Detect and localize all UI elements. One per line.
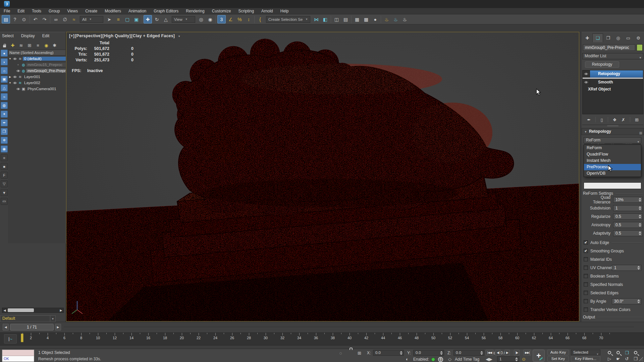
set-keys-button[interactable]: + <box>533 350 545 362</box>
layers-icon[interactable]: ≋ <box>18 42 24 48</box>
menu-arnold[interactable]: Arnold <box>258 8 277 14</box>
spinner-icon[interactable] <box>440 351 443 355</box>
mirror-icon[interactable]: ⋈ <box>312 15 320 23</box>
checkbox-checked-icon[interactable]: ✔ <box>584 249 588 253</box>
window-crossing-icon[interactable]: ▣ <box>132 15 141 23</box>
add-to-new-layer-icon[interactable]: ✚ <box>10 42 16 48</box>
spinner-icon[interactable] <box>480 351 483 355</box>
tree-item-label[interactable]: Layer001 <box>23 75 66 79</box>
retopology-rollout-header[interactable]: ▼Retopology▦ <box>582 128 644 135</box>
time-configuration-icon[interactable]: ⊙ <box>522 357 526 362</box>
checkbox-unchecked-icon[interactable] <box>584 265 588 270</box>
checkbox-unchecked-icon[interactable] <box>584 307 588 312</box>
menu-edit[interactable]: Edit <box>14 8 28 14</box>
dropdown-option-instant-mesh[interactable]: Instant Mesh <box>584 158 641 164</box>
edit-named-selections-icon[interactable]: { <box>256 15 264 23</box>
x-coord-field[interactable]: 0.0 <box>373 350 404 356</box>
viewport-shading-label[interactable]: [Clay + Edged Faces] <box>131 34 175 38</box>
setting-value-field[interactable]: 0.5 <box>613 230 643 236</box>
mini-curve-editor-button[interactable]: |~ <box>4 334 17 344</box>
current-frame-field[interactable]: 1 <box>497 356 519 362</box>
explorer-menu-select[interactable]: Select <box>2 34 14 40</box>
viewport-label[interactable]: [+][Perspective][High Quality][Clay + Ed… <box>69 34 180 38</box>
spinner-icon[interactable] <box>638 197 642 202</box>
menu-tools[interactable]: Tools <box>28 8 45 14</box>
pin-stack-icon[interactable]: ✒ <box>587 117 591 122</box>
make-unique-icon[interactable]: ❖ <box>613 117 617 122</box>
filter-icon[interactable]: ▼ <box>1 189 8 196</box>
menu-scripting[interactable]: Scripting <box>234 8 258 14</box>
viewport-degradation-icon[interactable]: ◐ <box>406 357 409 362</box>
perspective-viewport[interactable]: [+][Perspective][High Quality][Clay + Ed… <box>66 32 579 321</box>
filter-objects-icon[interactable]: ✦ <box>1 111 8 118</box>
menu-file[interactable]: File <box>0 8 14 14</box>
filter-containers-icon[interactable]: ❒ <box>1 128 8 135</box>
auto-key-button[interactable]: Auto Key <box>547 350 569 355</box>
checkbox-unchecked-icon[interactable] <box>584 282 588 287</box>
spinner-icon[interactable] <box>638 223 642 227</box>
modifier-stack-row[interactable]: XRef Object <box>583 86 643 93</box>
viewport-pov-label[interactable]: [Perspective] <box>75 34 102 38</box>
3ds-max-logo-icon[interactable]: 3 <box>4 1 10 7</box>
z-coord-field[interactable]: 0.0 <box>453 350 484 356</box>
tree-item-label[interactable]: mmGrou15_Preproc <box>26 63 66 67</box>
filter-cameras-icon[interactable]: ▣ <box>1 76 8 83</box>
dropdown-option-preprocess[interactable]: PreProcess <box>584 164 641 170</box>
menu-group[interactable]: Group <box>45 8 63 14</box>
maximize-viewport-icon[interactable]: ❒ <box>632 356 639 362</box>
visibility-eye-icon[interactable] <box>15 69 21 72</box>
select-by-name-icon[interactable]: ≡ <box>114 15 122 23</box>
menu-views[interactable]: Views <box>63 8 82 14</box>
tree-row[interactable]: ▣PhysCamera001 <box>8 86 66 92</box>
dropdown-option-quadriflow[interactable]: QuadriFlow <box>584 151 641 158</box>
modifier-stack-row[interactable]: Retopology <box>583 70 643 77</box>
expand-right-icon[interactable]: ▶ <box>8 75 12 78</box>
filter-inactive-icon[interactable]: ▽ <box>1 180 8 187</box>
sort-layers-icon[interactable]: ≡ <box>35 42 41 48</box>
spinner-icon[interactable] <box>515 357 518 362</box>
spinner-icon[interactable] <box>638 214 642 219</box>
set-key-button[interactable]: Set Key <box>547 356 569 362</box>
curve-editor-icon[interactable]: ▦ <box>353 15 361 23</box>
render-setup-icon[interactable]: ♨ <box>382 15 391 23</box>
menu-animation[interactable]: Animation <box>125 8 150 14</box>
tree-row[interactable]: ▼≋0 (default) <box>8 56 66 62</box>
schematic-view-icon[interactable]: ▩ <box>362 15 370 23</box>
settings-icon[interactable]: ✱ <box>52 42 58 48</box>
select-and-link-icon[interactable]: ∞ <box>52 15 60 23</box>
remove-modifier-icon[interactable]: ✗ <box>622 117 625 122</box>
previous-frame-button[interactable]: ◀ <box>3 324 9 330</box>
filter-hidden-icon[interactable]: ◉ <box>1 145 8 153</box>
help-icon[interactable]: ? <box>11 15 19 23</box>
frame-step-icon[interactable]: ◀▶ <box>486 357 492 362</box>
modify-tab-icon[interactable]: ❏ <box>592 34 603 42</box>
retopology-modifier-button[interactable]: Retopology <box>585 61 619 68</box>
next-frame-icon[interactable]: |▶ <box>514 350 520 356</box>
use-pivot-center-icon[interactable]: ◎ <box>197 15 205 23</box>
setting-value-field[interactable]: 0.5 <box>613 214 643 220</box>
tree-row[interactable]: ●◍mmGrou15_Preproc <box>8 62 66 68</box>
time-slider-track[interactable] <box>64 327 634 328</box>
configure-modifier-sets-icon[interactable]: ⊞ <box>635 117 639 122</box>
material-editor-icon[interactable]: ● <box>371 15 379 23</box>
select-object-icon[interactable]: ➤ <box>105 15 113 23</box>
named-selection-dropdown[interactable]: Create Selection Se▼ <box>266 16 310 23</box>
viewport-quality-label[interactable]: [High Quality] <box>102 34 131 38</box>
utilities-tab-icon[interactable]: ⚙ <box>633 34 643 42</box>
new-container-icon[interactable]: ▭ <box>1 198 8 205</box>
scrollbar-thumb[interactable] <box>8 308 34 312</box>
timeline-playhead[interactable] <box>21 334 23 342</box>
menu-help[interactable]: Help <box>277 8 292 14</box>
rectangular-selection-icon[interactable]: ▢ <box>123 15 131 23</box>
pan-icon[interactable]: ☛ <box>614 356 622 362</box>
macro-recorder-pane[interactable] <box>2 350 34 356</box>
modifier-retopology[interactable]: Retopology <box>590 70 643 77</box>
window-resize-grip[interactable] <box>639 357 643 361</box>
time-configuration-icon[interactable]: ⊙ <box>20 15 28 23</box>
snaps-toggle-icon[interactable]: 3 <box>217 15 226 23</box>
setting-value-field[interactable]: 1 <box>613 205 643 211</box>
checkbox-unchecked-icon[interactable] <box>584 257 588 261</box>
hierarchy-tab-icon[interactable]: ❐ <box>603 34 613 42</box>
orbit-icon[interactable]: ↺ <box>623 356 631 362</box>
dropdown-option-openvdb[interactable]: OpenVDB <box>584 170 641 177</box>
